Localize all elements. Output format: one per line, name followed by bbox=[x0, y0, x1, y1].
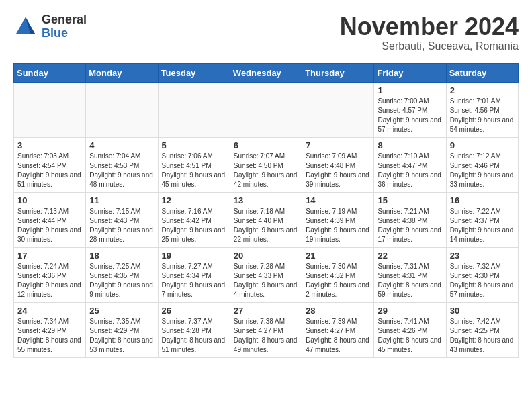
day-info: Sunrise: 7:27 AMSunset: 4:34 PMDaylight:… bbox=[162, 262, 226, 300]
month-title: November 2024 bbox=[340, 13, 519, 40]
day-info: Sunrise: 7:32 AMSunset: 4:30 PMDaylight:… bbox=[450, 262, 515, 300]
calendar-week-row-4: 17 Sunrise: 7:24 AMSunset: 4:36 PMDaylig… bbox=[14, 247, 519, 302]
calendar-cell bbox=[86, 82, 158, 137]
calendar-cell: 25 Sunrise: 7:35 AMSunset: 4:29 PMDaylig… bbox=[86, 302, 158, 357]
day-info: Sunrise: 7:06 AMSunset: 4:51 PMDaylight:… bbox=[162, 152, 226, 189]
day-number: 23 bbox=[450, 250, 515, 261]
logo: General Blue bbox=[13, 13, 87, 40]
weekday-header-row: SundayMondayTuesdayWednesdayThursdayFrid… bbox=[14, 63, 519, 82]
day-info: Sunrise: 7:21 AMSunset: 4:38 PMDaylight:… bbox=[378, 207, 442, 244]
weekday-header-sunday: Sunday bbox=[14, 63, 86, 82]
day-info: Sunrise: 7:41 AMSunset: 4:26 PMDaylight:… bbox=[378, 317, 442, 355]
calendar-cell: 2 Sunrise: 7:01 AMSunset: 4:56 PMDayligh… bbox=[446, 82, 518, 137]
calendar-cell: 16 Sunrise: 7:22 AMSunset: 4:37 PMDaylig… bbox=[446, 192, 518, 247]
calendar-cell bbox=[302, 82, 374, 137]
day-info: Sunrise: 7:38 AMSunset: 4:27 PMDaylight:… bbox=[234, 317, 298, 355]
day-number: 1 bbox=[378, 85, 442, 95]
day-number: 20 bbox=[234, 250, 298, 261]
calendar-cell: 24 Sunrise: 7:34 AMSunset: 4:29 PMDaylig… bbox=[14, 302, 86, 357]
weekday-header-saturday: Saturday bbox=[446, 63, 518, 82]
calendar-cell: 3 Sunrise: 7:03 AMSunset: 4:54 PMDayligh… bbox=[14, 137, 86, 192]
day-number: 12 bbox=[162, 195, 226, 205]
day-number: 6 bbox=[234, 140, 298, 150]
calendar-cell: 17 Sunrise: 7:24 AMSunset: 4:36 PMDaylig… bbox=[14, 247, 86, 302]
day-info: Sunrise: 7:34 AMSunset: 4:29 PMDaylight:… bbox=[17, 317, 82, 355]
day-info: Sunrise: 7:13 AMSunset: 4:44 PMDaylight:… bbox=[17, 207, 82, 244]
calendar-cell: 14 Sunrise: 7:19 AMSunset: 4:39 PMDaylig… bbox=[302, 192, 374, 247]
weekday-header-monday: Monday bbox=[86, 63, 158, 82]
day-number: 3 bbox=[17, 140, 82, 150]
calendar-cell: 6 Sunrise: 7:07 AMSunset: 4:50 PMDayligh… bbox=[230, 137, 302, 192]
day-number: 24 bbox=[17, 306, 82, 316]
calendar-cell: 30 Sunrise: 7:42 AMSunset: 4:25 PMDaylig… bbox=[446, 302, 518, 357]
day-info: Sunrise: 7:18 AMSunset: 4:40 PMDaylight:… bbox=[234, 207, 298, 244]
logo-text: General Blue bbox=[42, 13, 87, 40]
calendar-week-row-5: 24 Sunrise: 7:34 AMSunset: 4:29 PMDaylig… bbox=[14, 302, 519, 357]
day-info: Sunrise: 7:00 AMSunset: 4:57 PMDaylight:… bbox=[378, 97, 442, 134]
day-number: 11 bbox=[89, 195, 154, 205]
calendar-cell: 4 Sunrise: 7:04 AMSunset: 4:53 PMDayligh… bbox=[86, 137, 158, 192]
weekday-header-friday: Friday bbox=[374, 63, 446, 82]
day-number: 19 bbox=[162, 250, 226, 261]
day-number: 17 bbox=[17, 250, 82, 261]
location-title: Serbauti, Suceava, Romania bbox=[340, 40, 519, 52]
logo-icon bbox=[13, 15, 38, 39]
day-number: 13 bbox=[234, 195, 298, 205]
day-number: 21 bbox=[306, 250, 370, 261]
calendar-cell: 11 Sunrise: 7:15 AMSunset: 4:43 PMDaylig… bbox=[86, 192, 158, 247]
calendar-cell bbox=[230, 82, 302, 137]
calendar-week-row-3: 10 Sunrise: 7:13 AMSunset: 4:44 PMDaylig… bbox=[14, 192, 519, 247]
day-number: 14 bbox=[306, 195, 370, 205]
day-number: 9 bbox=[450, 140, 515, 150]
day-number: 5 bbox=[162, 140, 226, 150]
calendar-cell: 7 Sunrise: 7:09 AMSunset: 4:48 PMDayligh… bbox=[302, 137, 374, 192]
calendar-table: SundayMondayTuesdayWednesdayThursdayFrid… bbox=[13, 63, 519, 358]
day-number: 18 bbox=[89, 250, 154, 261]
day-number: 29 bbox=[378, 306, 442, 316]
calendar-cell: 22 Sunrise: 7:31 AMSunset: 4:31 PMDaylig… bbox=[374, 247, 446, 302]
calendar-cell: 8 Sunrise: 7:10 AMSunset: 4:47 PMDayligh… bbox=[374, 137, 446, 192]
day-info: Sunrise: 7:30 AMSunset: 4:32 PMDaylight:… bbox=[306, 262, 370, 300]
day-info: Sunrise: 7:42 AMSunset: 4:25 PMDaylight:… bbox=[450, 317, 515, 355]
logo-general-text: General bbox=[42, 13, 87, 27]
day-number: 4 bbox=[89, 140, 154, 150]
day-number: 7 bbox=[306, 140, 370, 150]
calendar-cell: 18 Sunrise: 7:25 AMSunset: 4:35 PMDaylig… bbox=[86, 247, 158, 302]
day-info: Sunrise: 7:19 AMSunset: 4:39 PMDaylight:… bbox=[306, 207, 370, 244]
day-info: Sunrise: 7:15 AMSunset: 4:43 PMDaylight:… bbox=[89, 207, 154, 244]
day-info: Sunrise: 7:31 AMSunset: 4:31 PMDaylight:… bbox=[378, 262, 442, 300]
title-area: November 2024 Serbauti, Suceava, Romania bbox=[340, 13, 519, 52]
day-number: 27 bbox=[234, 306, 298, 316]
day-info: Sunrise: 7:04 AMSunset: 4:53 PMDaylight:… bbox=[89, 152, 154, 189]
calendar-cell: 19 Sunrise: 7:27 AMSunset: 4:34 PMDaylig… bbox=[158, 247, 230, 302]
weekday-header-thursday: Thursday bbox=[302, 63, 374, 82]
day-info: Sunrise: 7:16 AMSunset: 4:42 PMDaylight:… bbox=[162, 207, 226, 244]
day-info: Sunrise: 7:35 AMSunset: 4:29 PMDaylight:… bbox=[89, 317, 154, 355]
calendar-cell: 27 Sunrise: 7:38 AMSunset: 4:27 PMDaylig… bbox=[230, 302, 302, 357]
calendar-cell: 15 Sunrise: 7:21 AMSunset: 4:38 PMDaylig… bbox=[374, 192, 446, 247]
day-info: Sunrise: 7:24 AMSunset: 4:36 PMDaylight:… bbox=[17, 262, 82, 300]
day-number: 28 bbox=[306, 306, 370, 316]
day-info: Sunrise: 7:39 AMSunset: 4:27 PMDaylight:… bbox=[306, 317, 370, 355]
day-info: Sunrise: 7:07 AMSunset: 4:50 PMDaylight:… bbox=[234, 152, 298, 189]
day-info: Sunrise: 7:09 AMSunset: 4:48 PMDaylight:… bbox=[306, 152, 370, 189]
day-info: Sunrise: 7:01 AMSunset: 4:56 PMDaylight:… bbox=[450, 97, 515, 134]
day-info: Sunrise: 7:10 AMSunset: 4:47 PMDaylight:… bbox=[378, 152, 442, 189]
calendar-cell: 1 Sunrise: 7:00 AMSunset: 4:57 PMDayligh… bbox=[374, 82, 446, 137]
calendar-cell: 26 Sunrise: 7:37 AMSunset: 4:28 PMDaylig… bbox=[158, 302, 230, 357]
logo-blue-text: Blue bbox=[42, 27, 87, 40]
day-info: Sunrise: 7:03 AMSunset: 4:54 PMDaylight:… bbox=[17, 152, 82, 189]
day-number: 10 bbox=[17, 195, 82, 205]
day-info: Sunrise: 7:28 AMSunset: 4:33 PMDaylight:… bbox=[234, 262, 298, 300]
day-info: Sunrise: 7:37 AMSunset: 4:28 PMDaylight:… bbox=[162, 317, 226, 355]
day-info: Sunrise: 7:12 AMSunset: 4:46 PMDaylight:… bbox=[450, 152, 515, 189]
weekday-header-wednesday: Wednesday bbox=[230, 63, 302, 82]
calendar-cell bbox=[158, 82, 230, 137]
day-number: 16 bbox=[450, 195, 515, 205]
calendar-cell: 5 Sunrise: 7:06 AMSunset: 4:51 PMDayligh… bbox=[158, 137, 230, 192]
weekday-header-tuesday: Tuesday bbox=[158, 63, 230, 82]
day-info: Sunrise: 7:22 AMSunset: 4:37 PMDaylight:… bbox=[450, 207, 515, 244]
calendar-cell: 28 Sunrise: 7:39 AMSunset: 4:27 PMDaylig… bbox=[302, 302, 374, 357]
day-number: 22 bbox=[378, 250, 442, 261]
day-number: 30 bbox=[450, 306, 515, 316]
